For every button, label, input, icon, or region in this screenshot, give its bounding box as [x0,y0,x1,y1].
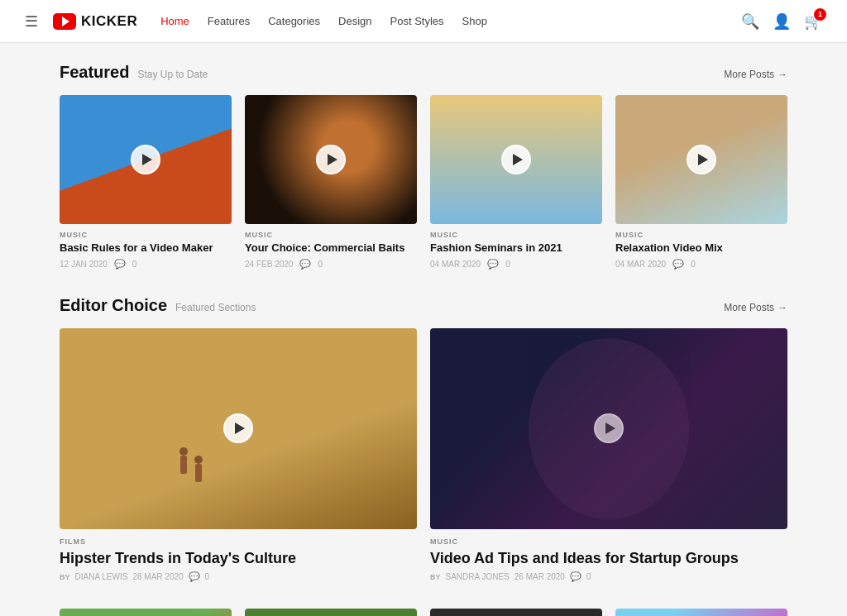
comment-icon-3: 💬 [672,259,684,270]
play-button-3[interactable] [687,145,716,174]
featured-title: Featured [60,63,129,82]
featured-grid: MUSIC Basic Rules for a Video Maker 12 J… [60,95,787,270]
bottom-card-1[interactable] [245,609,417,616]
featured-thumb-2 [430,95,602,224]
editor-thumb-0 [60,328,417,529]
featured-thumb-3 [615,95,787,224]
main-nav: Home Features Categories Design Post Sty… [160,15,487,27]
face-overlay [430,328,787,529]
comment-icon-editor-1: 💬 [570,571,581,582]
editor-thumb-1 [430,328,787,529]
featured-category-2: MUSIC [430,231,602,239]
bottom-thumb-2 [430,609,602,616]
comment-icon-2: 💬 [487,259,499,270]
editor-more-posts[interactable]: More Posts → [724,302,787,313]
svg-point-2 [194,456,203,464]
featured-more-posts[interactable]: More Posts → [724,69,787,80]
featured-title-3: Relaxation Video Mix [615,241,787,255]
featured-meta-3: 04 MAR 2020 💬 0 [615,259,787,270]
editor-card-title-1: Video Ad Tips and Ideas for Startup Grou… [430,549,787,568]
editor-card-title-0: Hipster Trends in Today's Culture [60,549,417,568]
featured-card-0[interactable]: MUSIC Basic Rules for a Video Maker 12 J… [60,95,232,270]
nav-design[interactable]: Design [338,15,371,27]
featured-card-1[interactable]: MUSIC Your Choice: Commercial Baits 24 F… [245,95,417,270]
bottom-thumb-3 [615,609,787,616]
editor-card-1[interactable]: MUSIC Video Ad Tips and Ideas for Startu… [430,328,787,583]
svg-point-0 [179,447,188,456]
bottom-grid [60,609,787,616]
play-button-2[interactable] [501,145,531,174]
featured-category-0: MUSIC [60,231,232,239]
featured-category-3: MUSIC [615,231,787,239]
logo-icon [53,13,76,30]
svg-point-4 [529,338,689,519]
editor-subtitle: Featured Sections [175,302,256,313]
bottom-card-3[interactable] [615,609,787,616]
editor-title-group: Editor Choice Featured Sections [60,296,256,315]
comment-icon-editor-0: 💬 [189,571,200,582]
nav-shop[interactable]: Shop [462,15,487,27]
featured-title-2: Fashion Seminars in 2021 [430,241,602,255]
editor-section-header: Editor Choice Featured Sections More Pos… [60,296,787,315]
header: ☰ KICKER Home Features Categories Design… [0,0,847,43]
featured-meta-2: 04 MAR 2020 💬 0 [430,259,602,270]
featured-meta-1: 24 FEB 2020 💬 0 [245,259,417,270]
play-button-1[interactable] [316,145,346,174]
editor-category-0: FILMS [60,537,417,546]
svg-rect-1 [180,456,187,474]
editor-title: Editor Choice [60,296,167,315]
editor-meta-0: BY DIANA LEWIS 28 MAR 2020 💬 0 [60,571,417,582]
header-right: 🔍 👤 🛒 1 [741,12,822,31]
nav-post-styles[interactable]: Post Styles [390,15,444,27]
featured-section-header: Featured Stay Up to Date More Posts → [60,63,787,82]
nav-features[interactable]: Features [208,15,250,27]
nav-categories[interactable]: Categories [268,15,320,27]
featured-title-1: Your Choice: Commercial Baits [245,241,417,255]
featured-category-1: MUSIC [245,231,417,239]
featured-card-3[interactable]: MUSIC Relaxation Video Mix 04 MAR 2020 💬… [615,95,787,270]
featured-card-2[interactable]: MUSIC Fashion Seminars in 2021 04 MAR 20… [430,95,602,270]
featured-thumb-1 [245,95,417,224]
bottom-thumb-1 [245,609,417,616]
featured-title-0: Basic Rules for a Video Maker [60,241,232,255]
header-left: ☰ KICKER Home Features Categories Design… [25,12,487,31]
main-content: Featured Stay Up to Date More Posts → MU… [51,43,796,616]
featured-title-group: Featured Stay Up to Date [60,63,208,82]
featured-thumb-0 [60,95,232,224]
search-icon[interactable]: 🔍 [741,12,759,31]
logo-text: KICKER [81,13,137,30]
logo[interactable]: KICKER [53,13,137,30]
hamburger-icon[interactable]: ☰ [25,12,38,31]
editor-category-1: MUSIC [430,537,787,546]
nav-home[interactable]: Home [160,15,189,27]
editor-grid: FILMS Hipster Trends in Today's Culture … [60,328,787,583]
user-icon[interactable]: 👤 [773,12,791,31]
comment-icon-0: 💬 [114,259,126,270]
svg-rect-3 [195,464,202,482]
featured-subtitle: Stay Up to Date [137,69,208,80]
bottom-thumb-0 [60,609,232,616]
play-button-editor-0[interactable] [223,413,253,443]
editor-meta-1: BY SANDRA JONES 26 MAR 2020 💬 0 [430,571,787,582]
editor-card-0[interactable]: FILMS Hipster Trends in Today's Culture … [60,328,417,583]
cart-badge: 1 [814,8,826,21]
bottom-card-2[interactable] [430,609,602,616]
featured-meta-0: 12 JAN 2020 💬 0 [60,259,232,270]
cart-icon[interactable]: 🛒 1 [804,12,822,31]
bottom-card-0[interactable] [60,609,232,616]
field-silhouette [167,423,217,489]
play-button-0[interactable] [131,145,160,174]
comment-icon-1: 💬 [299,259,311,270]
